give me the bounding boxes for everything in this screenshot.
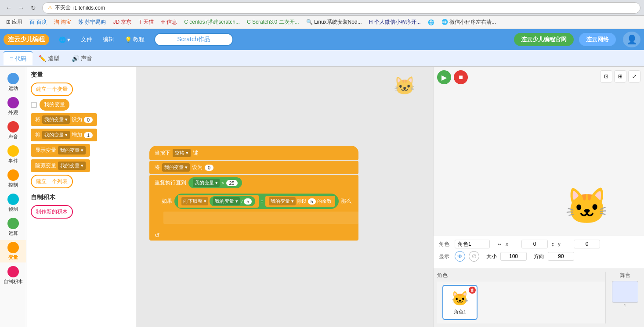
normal-stage-btn[interactable]: ⊞ — [614, 70, 626, 83]
variables-label: 变量 — [8, 254, 18, 261]
nav-file-btn[interactable]: 文件 — [76, 33, 97, 46]
sidebar-item-variables[interactable]: 变量 — [0, 240, 26, 262]
stage-bg-count: 1 — [623, 303, 626, 308]
browser-nav-buttons: ← → ↻ — [4, 3, 39, 13]
bookmark-wechat2[interactable]: 🌐 微信小程序左右清... — [439, 18, 499, 27]
hide-var-dropdown[interactable]: 我的变量 ▾ — [58, 162, 86, 170]
tab-sound-label: 声音 — [81, 54, 92, 62]
palette-section-title: 变量 — [31, 71, 131, 79]
sidebar-item-looks[interactable]: 外观 — [0, 95, 26, 118]
play-button[interactable]: ▶ — [437, 70, 451, 84]
user-avatar[interactable]: 👤 — [623, 32, 640, 47]
if-body — [163, 212, 358, 224]
set-variable-block[interactable]: 将 我的变量 ▾ 设为 0 — [31, 113, 97, 126]
y-input[interactable] — [574, 240, 600, 248]
bookmark-globe1[interactable]: 🌐 — [425, 18, 437, 26]
bookmark-centos[interactable]: C centos7搭建scratch... — [181, 18, 242, 27]
repeat-var-dropdown[interactable]: 我的变量 ▾ — [193, 179, 220, 187]
sidebar-item-myblocks[interactable]: 自制积木 — [0, 264, 26, 287]
sound-sidebar-label: 声音 — [8, 133, 18, 140]
make-block-btn[interactable]: 制作新的积木 — [31, 205, 73, 219]
tab-costume[interactable]: ✏️ 造型 — [33, 52, 65, 65]
hide-btn[interactable]: ∅ — [469, 251, 479, 262]
direction-input[interactable] — [548, 252, 574, 261]
small-stage-btn[interactable]: ⊡ — [600, 70, 612, 83]
tab-sound[interactable]: 🔊 声音 — [65, 52, 98, 65]
mod-var-dropdown[interactable]: 我的变量 ▾ — [269, 197, 296, 205]
sprite-info-panel: 角色 ↔ x ↕ y 显示 👁 ∅ 大小 方向 — [434, 236, 644, 268]
stage-bg-thumbnail[interactable] — [612, 281, 638, 303]
sidebar-item-control[interactable]: 控制 — [0, 168, 26, 190]
sidebar-item-operators[interactable]: 运算 — [0, 216, 26, 238]
address-bar[interactable]: ⚠ 不安全 it.itchilds.com — [42, 2, 640, 14]
set-var-canvas-block[interactable]: 将 我的变量 ▾ 设为 0 — [149, 161, 358, 174]
logo-area[interactable]: 连云少儿编程 — [4, 34, 49, 45]
nav-tutorial-btn[interactable]: 💡 教程 — [120, 33, 149, 46]
create-list-row: 建立一个列表 — [31, 175, 131, 188]
block-palette: 变量 建立一个变量 我的变量 将 我的变量 ▾ 设为 0 将 我的变量 ▾ 增加… — [26, 67, 136, 327]
show-variable-block[interactable]: 显示变量 我的变量 ▾ — [31, 144, 90, 157]
forward-button[interactable]: → — [16, 3, 26, 13]
change-var-dropdown[interactable]: 我的变量 ▾ — [42, 131, 70, 139]
hide-variable-block[interactable]: 隐藏变量 我的变量 ▾ — [31, 159, 90, 172]
div-var-dropdown[interactable]: 我的变量 ▾ — [213, 197, 240, 205]
my-variable-block[interactable]: 我的变量 — [40, 99, 69, 111]
sprite-delete-btn[interactable]: 🗑 — [469, 287, 476, 294]
set-var2-dropdown[interactable]: 我的变量 ▾ — [162, 163, 190, 172]
hat-block[interactable]: 当按下 空格 ▾ 键 — [149, 146, 358, 160]
sidebar-item-sensing[interactable]: 侦测 — [0, 192, 26, 214]
sidebar-item-motion[interactable]: 运动 — [0, 71, 26, 93]
nav-globe-btn[interactable]: 🌐 ▾ — [54, 34, 75, 46]
show-btn[interactable]: 👁 — [455, 251, 465, 262]
show-var-dropdown[interactable]: 我的变量 ▾ — [58, 146, 86, 155]
my-variable-checkbox[interactable] — [31, 102, 37, 108]
nav-edit-btn[interactable]: 编辑 — [98, 33, 119, 46]
bookmark-baidu[interactable]: 百 百度 — [27, 18, 49, 27]
hat-key-dropdown[interactable]: 空格 ▾ — [173, 149, 191, 157]
sprite-name-input[interactable] — [455, 240, 490, 248]
floor-dropdown[interactable]: 向下取整 ▾ — [181, 197, 208, 205]
tab-code[interactable]: ≡ 代码 — [4, 51, 33, 65]
script-blocks: 当按下 空格 ▾ 键 将 我的变量 ▾ 设为 0 重复执行直到 我的变量 — [149, 146, 358, 241]
size-input[interactable] — [500, 252, 527, 261]
change-prefix: 将 — [35, 131, 40, 139]
create-list-btn[interactable]: 建立一个列表 — [31, 175, 73, 188]
show-label: 显示变量 — [35, 147, 56, 154]
bookmark-info[interactable]: ✛ 信息 — [158, 18, 180, 27]
sprite-list: 🗑 🐱 角色1 — [437, 281, 605, 323]
refresh-button[interactable]: ↻ — [28, 3, 39, 13]
security-label: 不安全 — [55, 4, 71, 11]
sensing-dot — [7, 194, 19, 205]
bookmark-tmall[interactable]: T 天猫 — [136, 18, 156, 27]
x-input[interactable] — [521, 240, 548, 248]
bookmark-jd[interactable]: JD 京东 — [110, 18, 134, 27]
change-value: 1 — [84, 132, 93, 138]
sidebar-item-sound[interactable]: 声音 — [0, 119, 26, 142]
fullscreen-btn[interactable]: ⤢ — [628, 70, 640, 83]
set-var-dropdown[interactable]: 我的变量 ▾ — [42, 115, 70, 124]
mod-num: 5 — [308, 198, 316, 205]
bookmark-apps[interactable]: ⊞ 应用 — [4, 18, 25, 27]
back-button[interactable]: ← — [4, 3, 14, 13]
bookmark-wechat[interactable]: H 个人微信小程序开... — [366, 18, 423, 27]
y-label: y — [558, 241, 570, 247]
sound-dot — [7, 121, 19, 133]
official-site-btn[interactable]: 连云少儿编程官网 — [514, 33, 574, 46]
network-btn[interactable]: 连云网络 — [579, 33, 616, 46]
stop-button[interactable]: ■ — [454, 70, 468, 84]
bookmark-taobao[interactable]: 淘 淘宝 — [51, 18, 74, 27]
bookmark-scratch[interactable]: C Scratch3.0 二次开... — [244, 18, 302, 27]
sprite-card-1[interactable]: 🗑 🐱 角色1 — [442, 285, 478, 320]
variables-dot — [7, 242, 19, 253]
create-variable-btn[interactable]: 建立一个变量 — [31, 83, 73, 96]
canvas-area[interactable]: 🐱 当按下 空格 ▾ 键 将 我的变量 ▾ 设为 0 — [136, 67, 433, 327]
sidebar-item-events[interactable]: 事件 — [0, 144, 26, 166]
bookmark-linux[interactable]: 🔍 Linux系统安装Nod... — [304, 18, 365, 27]
if-header[interactable]: 如果 向下取整 ▾ 我的变量 ▾ / 5 — [156, 191, 358, 212]
repeat-until-header[interactable]: 重复执行直到 我的变量 ▾ > 25 — [149, 175, 358, 191]
change-variable-block[interactable]: 将 我的变量 ▾ 增加 1 — [31, 129, 97, 141]
project-name-input[interactable] — [154, 33, 233, 46]
stage-bg-label: 舞台 — [620, 272, 630, 279]
bookmark-suning[interactable]: 苏 苏宁易购 — [76, 18, 109, 27]
set-value: 0 — [84, 117, 93, 123]
